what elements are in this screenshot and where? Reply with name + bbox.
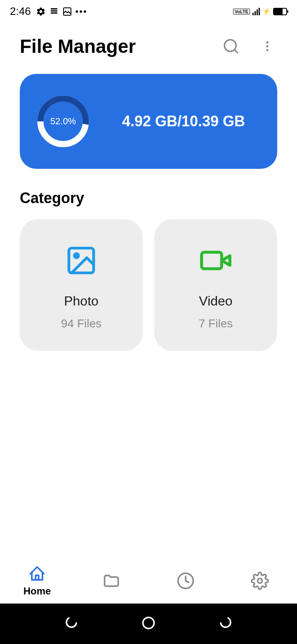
charging-icon: ⚡ bbox=[262, 7, 271, 15]
nav-settings[interactable] bbox=[235, 572, 285, 590]
storage-used-total: 4.92 GB/10.39 GB bbox=[106, 113, 261, 130]
status-left: 2:46 ••• bbox=[10, 5, 87, 18]
folder-icon bbox=[102, 572, 120, 590]
gear-icon bbox=[251, 572, 269, 590]
system-back-button[interactable] bbox=[218, 616, 233, 632]
search-icon bbox=[222, 38, 240, 55]
category-video[interactable]: Video 7 Files bbox=[154, 219, 277, 351]
system-home-button[interactable] bbox=[141, 616, 156, 632]
svg-point-4 bbox=[266, 45, 268, 47]
category-count: 7 Files bbox=[199, 317, 233, 330]
video-icon bbox=[199, 244, 232, 277]
nav-recent[interactable] bbox=[161, 572, 210, 590]
svg-point-5 bbox=[266, 49, 268, 51]
status-icons-left: ••• bbox=[36, 6, 87, 17]
svg-rect-10 bbox=[202, 252, 222, 269]
status-right: VoLTE ⚡ bbox=[233, 7, 287, 15]
svg-point-9 bbox=[74, 253, 78, 258]
more-vertical-icon bbox=[261, 38, 274, 55]
photo-icon bbox=[65, 244, 98, 277]
more-button[interactable] bbox=[257, 36, 277, 56]
home-icon bbox=[28, 565, 46, 583]
search-button[interactable] bbox=[221, 36, 241, 56]
storage-percentage: 52.0% bbox=[50, 116, 76, 127]
svg-line-2 bbox=[234, 50, 238, 53]
signal-icon bbox=[252, 8, 260, 15]
storage-progress-ring: 52.0% bbox=[36, 95, 90, 148]
svg-point-14 bbox=[143, 618, 154, 629]
volte-badge: VoLTE bbox=[233, 9, 250, 14]
gear-icon bbox=[36, 7, 46, 17]
image-icon bbox=[62, 7, 72, 17]
nav-folder[interactable] bbox=[87, 572, 136, 590]
category-list: Photo 94 Files Video 7 Files bbox=[0, 215, 297, 355]
back-icon bbox=[218, 616, 233, 630]
more-dots-icon: ••• bbox=[75, 6, 87, 17]
category-photo[interactable]: Photo 94 Files bbox=[20, 219, 143, 351]
clock-icon bbox=[177, 572, 195, 590]
nav-home-label: Home bbox=[24, 585, 51, 597]
category-count: 94 Files bbox=[61, 317, 101, 330]
system-nav bbox=[0, 604, 297, 644]
category-section-title: Category bbox=[0, 177, 297, 215]
system-recent-button[interactable] bbox=[64, 616, 79, 632]
document-icon bbox=[49, 7, 59, 17]
recent-apps-icon bbox=[64, 616, 79, 630]
category-title: Video bbox=[199, 294, 232, 309]
home-circle-icon bbox=[141, 616, 156, 630]
battery-icon bbox=[273, 8, 287, 15]
page-title: File Manager bbox=[20, 35, 205, 57]
status-time: 2:46 bbox=[10, 5, 31, 18]
bottom-nav: Home bbox=[0, 558, 297, 604]
svg-point-3 bbox=[266, 41, 268, 43]
app-header: File Manager bbox=[0, 23, 297, 66]
storage-card[interactable]: 52.0% 4.92 GB/10.39 GB bbox=[20, 74, 277, 169]
nav-home[interactable]: Home bbox=[12, 565, 62, 597]
svg-point-13 bbox=[258, 579, 262, 583]
category-title: Photo bbox=[64, 294, 99, 309]
status-bar: 2:46 ••• VoLTE ⚡ bbox=[0, 0, 297, 23]
